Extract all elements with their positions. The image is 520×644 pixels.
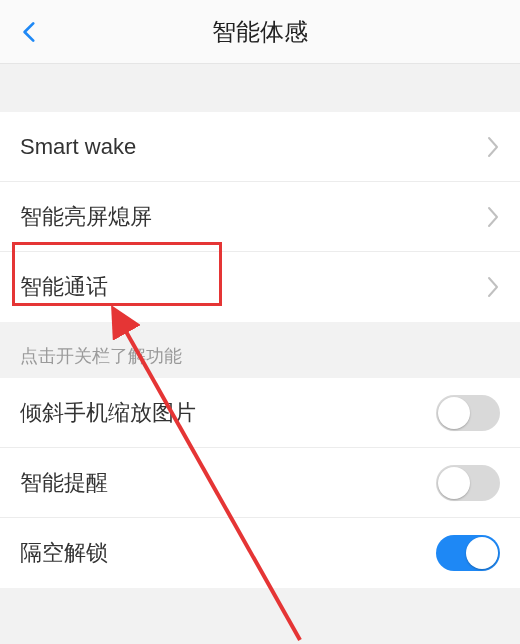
settings-group-1: Smart wake 智能亮屏熄屏 智能通话 — [0, 112, 520, 322]
chevron-right-icon — [486, 275, 500, 299]
row-smart-wake[interactable]: Smart wake — [0, 112, 520, 182]
row-smart-call[interactable]: 智能通话 — [0, 252, 520, 322]
row-label: 智能亮屏熄屏 — [20, 202, 152, 232]
back-button[interactable] — [12, 14, 48, 50]
section-hint: 点击开关栏了解功能 — [0, 322, 520, 378]
settings-group-2: 倾斜手机缩放图片 智能提醒 隔空解锁 — [0, 378, 520, 588]
toggle-smart-remind[interactable] — [436, 465, 500, 501]
header: 智能体感 — [0, 0, 520, 64]
toggle-tilt-zoom[interactable] — [436, 395, 500, 431]
row-smart-remind[interactable]: 智能提醒 — [0, 448, 520, 518]
page-title: 智能体感 — [0, 16, 520, 48]
section-gap — [0, 64, 520, 112]
row-label: 智能提醒 — [20, 468, 108, 498]
chevron-right-icon — [486, 135, 500, 159]
row-label: 智能通话 — [20, 272, 108, 302]
row-label: Smart wake — [20, 134, 136, 160]
row-smart-screen[interactable]: 智能亮屏熄屏 — [0, 182, 520, 252]
row-label: 隔空解锁 — [20, 538, 108, 568]
row-tilt-zoom[interactable]: 倾斜手机缩放图片 — [0, 378, 520, 448]
chevron-right-icon — [486, 205, 500, 229]
row-label: 倾斜手机缩放图片 — [20, 398, 196, 428]
chevron-left-icon — [17, 19, 43, 45]
row-air-unlock[interactable]: 隔空解锁 — [0, 518, 520, 588]
toggle-air-unlock[interactable] — [436, 535, 500, 571]
